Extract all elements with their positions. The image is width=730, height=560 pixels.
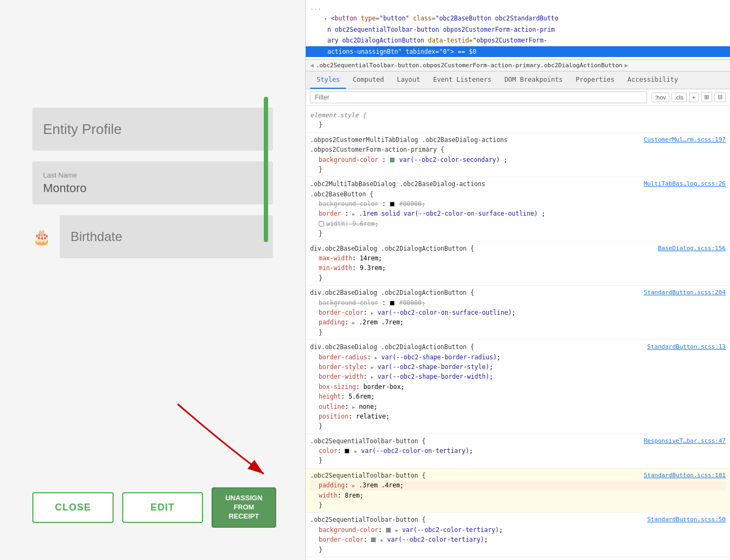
birthdate-label: Birthdate bbox=[71, 229, 122, 244]
rule-selector-sb13: div.obc2BaseDialog .obc2DialogActionButt… bbox=[310, 343, 474, 351]
css-prop-border: border bbox=[319, 210, 341, 217]
color-swatch-green bbox=[390, 158, 395, 162]
last-name-value: Montoro bbox=[43, 181, 262, 195]
color-swatch-black2 bbox=[390, 301, 395, 306]
rule-file-multi[interactable]: MultiTabBas…log.scss:26 bbox=[644, 179, 726, 189]
width-checkbox[interactable] bbox=[319, 221, 324, 226]
rule-selector-sb50: .obc2SequentialToolbar-button { bbox=[310, 516, 426, 523]
color-swatch-tertiary-bg bbox=[386, 528, 391, 533]
rule-file-customer[interactable]: CustomerMul…rm.scss:197 bbox=[644, 135, 726, 145]
last-name-label: Last Name bbox=[43, 171, 262, 179]
left-panel: Entity Profile Last Name Montoro 🎂 Birth… bbox=[0, 0, 306, 560]
rule-selector-customer1: .obpos2CustomerMultiTabDialog .obc2BaseD… bbox=[310, 136, 508, 144]
entity-profile-title: Entity Profile bbox=[43, 121, 262, 138]
html-line-selected[interactable]: actions-unassignBtn" tabindex="0"> == $0 bbox=[306, 46, 730, 57]
filter-actions: :hov .cls + ⊞ ⊟ bbox=[651, 92, 726, 102]
html-line-button1[interactable]: ▾ <button type="button" class="obc2BaseB… bbox=[306, 13, 730, 24]
html-line-dots: ... bbox=[306, 2, 730, 13]
tab-accessibility[interactable]: Accessibility bbox=[621, 72, 685, 89]
selector-bar: ◀ .obc2SequentialToolbar-button.obpos2Cu… bbox=[306, 60, 730, 72]
birthdate-field: Birthdate bbox=[60, 215, 273, 258]
html-line-button3[interactable]: ary obc2DialogActionButton data-testid="… bbox=[306, 35, 730, 46]
rule-selector-multi1: .obc2MultiTabBaseDialog .obc2BaseDialog-… bbox=[310, 180, 485, 188]
tab-event-listeners[interactable]: Event Listeners bbox=[427, 72, 498, 89]
birthdate-icon: 🎂 bbox=[32, 228, 51, 246]
tab-layout[interactable]: Layout bbox=[390, 72, 426, 89]
css-rule-standard-181: .obc2SequentialToolbar-button { Standard… bbox=[306, 469, 730, 513]
css-var-secondary: var(--obc2-color-secondary) bbox=[399, 156, 500, 164]
bottom-buttons: CLOSE EDIT UNASSIGN FROM RECEIPT bbox=[32, 487, 276, 528]
filter-refresh-button[interactable]: ⊟ bbox=[714, 92, 726, 102]
tab-styles[interactable]: Styles bbox=[310, 72, 346, 89]
rule-file-sb13[interactable]: StandardButton.scss:13 bbox=[647, 342, 726, 352]
tab-dom-breakpoints[interactable]: DOM Breakpoints bbox=[498, 72, 569, 89]
css-rule-standard-13: div.obc2BaseDialog .obc2DialogActionButt… bbox=[306, 340, 730, 434]
rule-selector-bd156: div.obc2BaseDialog .obc2DialogActionButt… bbox=[310, 245, 474, 252]
selector-prev-arrow[interactable]: ◀ bbox=[310, 62, 314, 69]
devtools-tabs: Styles Computed Layout Event Listeners D… bbox=[306, 72, 730, 89]
css-prop-bg-color-1: background-color bbox=[319, 156, 378, 164]
tab-properties[interactable]: Properties bbox=[569, 72, 621, 89]
edit-button[interactable]: EDIT bbox=[122, 492, 203, 523]
devtools-panel: ... ▾ <button type="button" class="obc2B… bbox=[306, 0, 730, 560]
green-bar bbox=[264, 97, 268, 242]
rule-file-bd156[interactable]: BaseDialog.scss:156 bbox=[658, 244, 726, 253]
close-button[interactable]: CLOSE bbox=[32, 492, 114, 523]
css-rule-multi-tab: .obc2MultiTabBaseDialog .obc2BaseDialog-… bbox=[306, 177, 730, 241]
css-rule-customer: .obpos2CustomerMultiTabDialog .obc2BaseD… bbox=[306, 133, 730, 178]
html-line-button2[interactable]: n obc2SequentialToolbar-button obpos2Cus… bbox=[306, 24, 730, 35]
rule-file-r47[interactable]: ResponsiveT…bar.scss:47 bbox=[644, 436, 726, 446]
filter-add-button[interactable]: + bbox=[689, 93, 699, 102]
filter-bar: :hov .cls + ⊞ ⊟ bbox=[306, 89, 730, 106]
filter-new-style-button[interactable]: ⊞ bbox=[701, 92, 712, 102]
tab-computed[interactable]: Computed bbox=[346, 72, 390, 89]
rule-selector-customer2: .obpos2CustomerForm-action-primary { bbox=[310, 146, 444, 153]
filter-cls-button[interactable]: .cls bbox=[671, 93, 687, 102]
border-expand[interactable]: ▶ bbox=[352, 211, 355, 217]
color-swatch-tertiary bbox=[345, 449, 349, 453]
selector-text: .obc2SequentialToolbar-button.obpos2Cust… bbox=[316, 62, 623, 69]
css-rule-element-style: element.style { } bbox=[306, 108, 730, 133]
rule-file-sb181[interactable]: StandardButton.scss:181 bbox=[644, 471, 726, 480]
last-name-field: Last Name Montoro bbox=[32, 161, 273, 204]
rule-selector-r47: .obc2SequentialToolbar-button { bbox=[310, 437, 426, 445]
unassign-button[interactable]: UNASSIGN FROM RECEIPT bbox=[212, 487, 276, 528]
css-prop-bg-strikethrough: background-color bbox=[319, 200, 378, 208]
css-rule-standard-204: div.obc2BaseDialog .obc2DialogActionButt… bbox=[306, 286, 730, 340]
rule-selector-sb181: .obc2SequentialToolbar-button { bbox=[310, 472, 426, 479]
rule-file-sb204[interactable]: StandardButton.scss:204 bbox=[644, 288, 726, 297]
css-rule-standard-50: .obc2SequentialToolbar-button { Standard… bbox=[306, 513, 730, 557]
color-swatch-black1 bbox=[390, 202, 395, 207]
css-rule-basedialog-156: div.obc2BaseDialog .obc2DialogActionButt… bbox=[306, 242, 730, 286]
element-style-label: element.style { bbox=[310, 111, 366, 119]
birthdate-row: 🎂 Birthdate bbox=[32, 215, 273, 258]
color-swatch-tertiary-border bbox=[371, 537, 376, 542]
html-source: ... ▾ <button type="button" class="obc2B… bbox=[306, 0, 730, 60]
rule-selector-sb204: div.obc2BaseDialog .obc2DialogActionButt… bbox=[310, 289, 474, 296]
entity-profile-field: Entity Profile bbox=[32, 108, 273, 151]
rule-file-sb50[interactable]: StandardButton.scss:50 bbox=[647, 515, 726, 524]
selector-next-arrow[interactable]: ▶ bbox=[624, 62, 628, 69]
rule-selector-multi2: .obc2BaseButton { bbox=[310, 190, 374, 198]
filter-hov-button[interactable]: :hov bbox=[651, 93, 669, 102]
filter-input[interactable] bbox=[310, 91, 647, 103]
css-rules-panel: element.style { } .obpos2CustomerMultiTa… bbox=[306, 106, 730, 560]
css-rule-responsive-47: .obc2SequentialToolbar-button { Responsi… bbox=[306, 434, 730, 469]
